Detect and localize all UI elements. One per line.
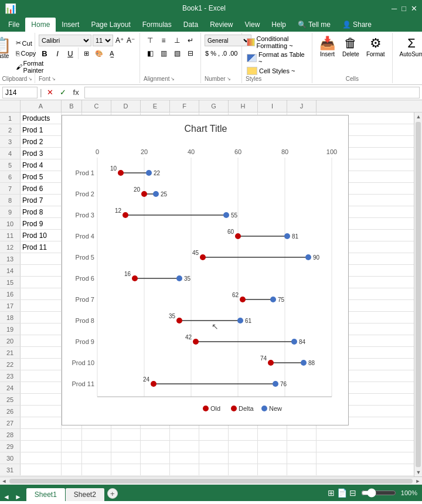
cell[interactable] bbox=[199, 429, 229, 440]
close-btn[interactable]: ✕ bbox=[411, 4, 417, 13]
scroll-right-btn[interactable]: ► bbox=[414, 477, 422, 485]
format-as-table-btn[interactable]: Format as Table ~ bbox=[246, 50, 308, 66]
cell[interactable]: Prod 1 bbox=[21, 124, 62, 135]
font-size-select[interactable]: 11 bbox=[93, 35, 113, 46]
cell[interactable] bbox=[82, 452, 111, 464]
col-header-b[interactable]: B bbox=[62, 100, 82, 112]
cell[interactable] bbox=[21, 406, 62, 417]
cell[interactable] bbox=[62, 452, 82, 464]
h-scroll-track[interactable] bbox=[9, 479, 413, 483]
cell[interactable] bbox=[141, 441, 170, 452]
cell[interactable] bbox=[111, 452, 141, 464]
col-header-c[interactable]: C bbox=[82, 100, 111, 112]
delete-cells-btn[interactable]: 🗑 Delete bbox=[340, 35, 362, 59]
col-header-d[interactable]: D bbox=[111, 100, 141, 112]
increase-font-btn[interactable]: A⁺ bbox=[114, 35, 125, 46]
col-header-a[interactable]: A bbox=[21, 100, 62, 112]
cell[interactable] bbox=[21, 323, 62, 335]
bold-btn[interactable]: B bbox=[39, 47, 50, 59]
fill-color-btn[interactable]: 🎨 bbox=[93, 47, 105, 59]
cell[interactable] bbox=[21, 312, 62, 323]
cell[interactable]: Prod 10 bbox=[21, 230, 62, 241]
decrease-decimal-btn[interactable]: .00 bbox=[228, 47, 238, 59]
cell[interactable] bbox=[21, 347, 62, 358]
cell[interactable] bbox=[170, 464, 199, 475]
sheet-tab-sheet1[interactable]: Sheet1 bbox=[26, 488, 65, 501]
col-header-g[interactable]: G bbox=[199, 100, 229, 112]
tab-insert[interactable]: Insert bbox=[56, 18, 85, 32]
cell[interactable] bbox=[21, 464, 62, 475]
align-top-btn[interactable]: ⊤ bbox=[144, 35, 156, 46]
cell[interactable]: Products bbox=[21, 113, 62, 124]
increase-decimal-btn[interactable]: .0 bbox=[221, 47, 227, 59]
cell[interactable] bbox=[229, 441, 258, 452]
tab-view[interactable]: View bbox=[239, 18, 266, 32]
tab-nav-left[interactable]: ◄ bbox=[1, 493, 12, 501]
cell[interactable]: Prod 8 bbox=[21, 206, 62, 217]
cell[interactable] bbox=[199, 441, 229, 452]
page-break-view-btn[interactable]: ⊟ bbox=[349, 488, 356, 498]
cell[interactable] bbox=[141, 429, 170, 440]
cell[interactable] bbox=[21, 335, 62, 346]
chart-container[interactable]: Chart Title 0 20 40 60 80 100 bbox=[62, 115, 349, 425]
cell[interactable] bbox=[287, 441, 316, 452]
cell[interactable] bbox=[258, 441, 287, 452]
tab-share[interactable]: 👤 Share bbox=[336, 18, 377, 32]
page-layout-view-btn[interactable]: 📄 bbox=[337, 488, 347, 498]
cell-styles-btn[interactable]: Cell Styles ~ bbox=[246, 66, 308, 76]
scroll-track[interactable] bbox=[416, 122, 421, 467]
cell[interactable]: Prod 9 bbox=[21, 218, 62, 229]
percent-btn[interactable]: % bbox=[210, 47, 217, 59]
cell[interactable] bbox=[111, 441, 141, 452]
cell[interactable] bbox=[170, 452, 199, 464]
align-left-btn[interactable]: ◧ bbox=[144, 47, 156, 59]
conditional-formatting-btn[interactable]: Conditional Formatting ~ bbox=[246, 35, 308, 50]
cell[interactable] bbox=[229, 464, 258, 475]
tab-formulas[interactable]: Formulas bbox=[137, 18, 178, 32]
wrap-text-btn[interactable]: ↵ bbox=[184, 35, 197, 46]
cell[interactable]: Prod 5 bbox=[21, 171, 62, 182]
cell[interactable] bbox=[21, 382, 62, 393]
cell[interactable] bbox=[21, 265, 62, 276]
col-header-h[interactable]: H bbox=[229, 100, 258, 112]
cell[interactable] bbox=[258, 464, 287, 475]
cell[interactable] bbox=[229, 452, 258, 464]
tab-page-layout[interactable]: Page Layout bbox=[85, 18, 136, 32]
sheet-tab-sheet2[interactable]: Sheet2 bbox=[66, 488, 104, 501]
cell[interactable] bbox=[82, 464, 111, 475]
insert-cells-btn[interactable]: 📥 Insert bbox=[317, 35, 338, 59]
cell[interactable] bbox=[82, 429, 111, 440]
tab-help[interactable]: Help bbox=[266, 18, 292, 32]
tab-nav-right[interactable]: ► bbox=[13, 493, 23, 501]
cell[interactable] bbox=[82, 441, 111, 452]
scroll-up-btn[interactable]: ▲ bbox=[414, 113, 422, 121]
scroll-left-btn[interactable]: ◄ bbox=[0, 477, 8, 485]
align-bottom-btn[interactable]: ⊥ bbox=[171, 35, 183, 46]
confirm-formula-btn[interactable]: ✓ bbox=[57, 87, 69, 98]
cell[interactable] bbox=[170, 441, 199, 452]
currency-btn[interactable]: $ bbox=[205, 47, 209, 59]
scroll-down-btn[interactable]: ▼ bbox=[414, 468, 422, 476]
maximize-btn[interactable]: □ bbox=[401, 4, 406, 13]
cell[interactable] bbox=[21, 277, 62, 288]
add-sheet-btn[interactable]: + bbox=[107, 488, 118, 499]
formula-input[interactable] bbox=[84, 87, 420, 98]
paste-button[interactable]: 📋 Paste bbox=[0, 36, 13, 60]
cell[interactable] bbox=[21, 288, 62, 299]
cell[interactable] bbox=[111, 464, 141, 475]
cell[interactable] bbox=[21, 253, 62, 264]
cell[interactable] bbox=[170, 429, 199, 440]
align-right-btn[interactable]: ▧ bbox=[171, 47, 183, 59]
minimize-btn[interactable]: ─ bbox=[392, 4, 397, 13]
cell[interactable] bbox=[21, 370, 62, 382]
autosum-btn[interactable]: Σ AutoSum bbox=[397, 35, 422, 59]
cell[interactable] bbox=[229, 429, 258, 440]
cell[interactable] bbox=[199, 452, 229, 464]
cell[interactable] bbox=[199, 464, 229, 475]
cell[interactable]: Prod 2 bbox=[21, 136, 62, 147]
cell[interactable] bbox=[287, 464, 316, 475]
decrease-font-btn[interactable]: A⁻ bbox=[125, 35, 136, 46]
cell[interactable] bbox=[111, 429, 141, 440]
tab-data[interactable]: Data bbox=[178, 18, 204, 32]
col-header-f[interactable]: F bbox=[170, 100, 199, 112]
